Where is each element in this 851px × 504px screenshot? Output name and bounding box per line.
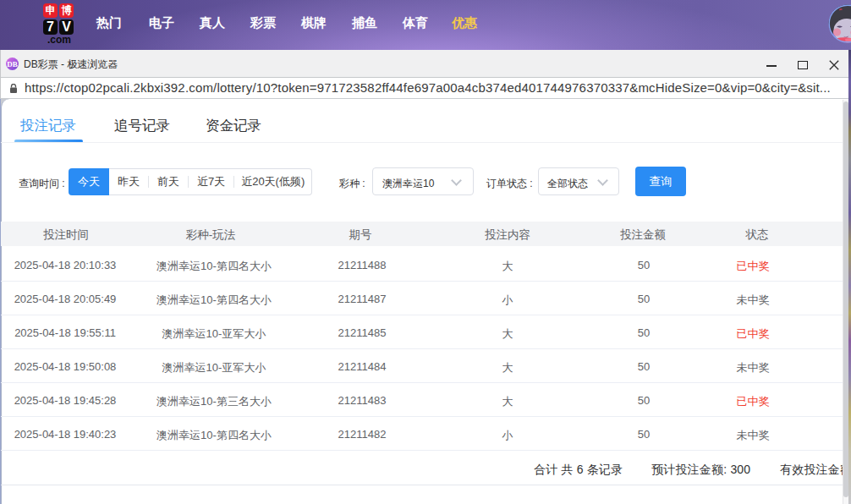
svg-text:DB: DB [7, 60, 18, 68]
